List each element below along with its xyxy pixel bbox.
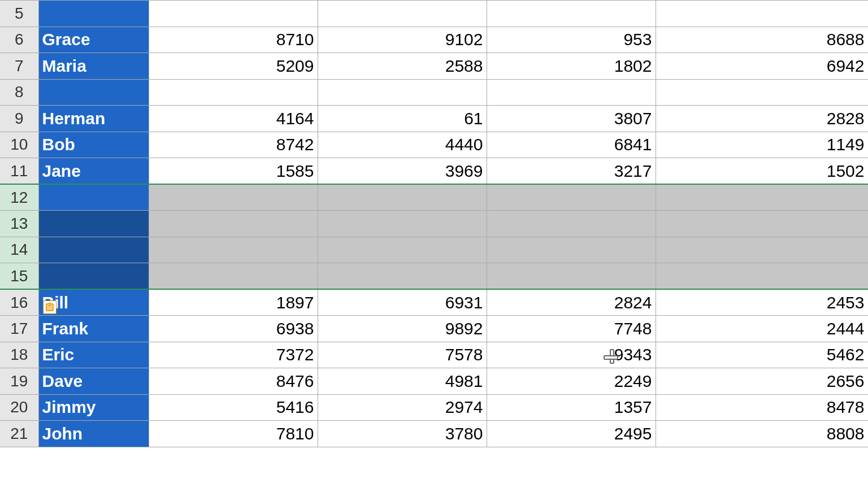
data-cell[interactable]: 3807 (487, 106, 656, 132)
data-cell[interactable]: 3217 (487, 158, 656, 185)
row-header[interactable]: 11 (0, 158, 38, 185)
data-cell[interactable]: 8478 (656, 394, 868, 421)
data-cell[interactable] (656, 211, 868, 237)
name-cell[interactable]: Dave (38, 368, 149, 395)
data-cell[interactable] (656, 184, 868, 211)
data-cell[interactable]: 1802 (487, 53, 656, 80)
row-header[interactable]: 15 (0, 263, 38, 290)
data-cell[interactable]: 9892 (318, 316, 487, 342)
data-cell[interactable]: 2974 (318, 394, 487, 421)
data-cell[interactable]: 4981 (318, 368, 487, 395)
row-header[interactable]: 6 (0, 27, 38, 53)
data-cell[interactable]: 1585 (149, 158, 318, 185)
name-cell[interactable] (38, 211, 149, 237)
data-cell[interactable]: 4440 (318, 132, 487, 158)
data-cell[interactable]: 9102 (318, 27, 487, 53)
name-cell[interactable]: Herman (38, 106, 149, 132)
data-cell[interactable] (318, 184, 487, 211)
data-cell[interactable]: 6931 (318, 289, 487, 316)
data-cell[interactable] (149, 79, 318, 106)
name-cell[interactable]: Maria (38, 53, 149, 80)
data-cell[interactable] (318, 79, 487, 106)
data-cell[interactable] (149, 184, 318, 211)
row-header[interactable]: 9 (0, 106, 38, 132)
data-cell[interactable]: 8742 (149, 132, 318, 158)
data-cell[interactable]: 6938 (149, 316, 318, 342)
data-cell[interactable] (318, 1, 487, 27)
row-header[interactable]: 17 (0, 316, 38, 342)
data-cell[interactable] (487, 79, 656, 106)
data-cell[interactable]: 2588 (318, 53, 487, 80)
data-cell[interactable]: 5416 (149, 394, 318, 421)
data-cell[interactable] (318, 263, 487, 290)
data-cell[interactable]: 2249 (487, 368, 656, 395)
data-cell[interactable]: 2495 (487, 421, 656, 447)
name-cell[interactable]: Grace (38, 27, 149, 53)
data-cell[interactable] (318, 211, 487, 237)
data-cell[interactable] (149, 263, 318, 290)
data-cell[interactable]: 8688 (656, 27, 868, 53)
data-cell[interactable]: 5462 (656, 342, 868, 368)
paste-options-icon[interactable] (43, 300, 57, 314)
data-cell[interactable]: 8710 (149, 27, 318, 53)
data-cell[interactable]: 2828 (656, 106, 868, 132)
data-cell[interactable]: 1502 (656, 158, 868, 185)
name-cell[interactable]: Eric (38, 342, 149, 368)
data-cell[interactable] (656, 237, 868, 263)
name-cell[interactable]: Frank (38, 316, 149, 342)
data-cell[interactable]: 2824 (487, 289, 656, 316)
row-header[interactable]: 16 (0, 289, 38, 316)
data-cell[interactable] (149, 237, 318, 263)
row-header[interactable]: 5 (0, 1, 38, 27)
name-cell[interactable] (38, 237, 149, 263)
row-header[interactable]: 19 (0, 368, 38, 395)
spreadsheet-grid[interactable]: 56Grace8710910295386887Maria520925881802… (0, 0, 868, 447)
data-cell[interactable] (487, 1, 656, 27)
row-header[interactable]: 20 (0, 394, 38, 421)
row-header[interactable]: 21 (0, 421, 38, 447)
name-cell[interactable]: Jimmy (38, 394, 149, 421)
data-cell[interactable] (318, 237, 487, 263)
data-cell[interactable]: 1357 (487, 394, 656, 421)
name-cell[interactable] (38, 263, 149, 290)
data-cell[interactable] (656, 1, 868, 27)
data-cell[interactable]: 7578 (318, 342, 487, 368)
data-cell[interactable]: 7810 (149, 421, 318, 447)
data-cell[interactable]: 5209 (149, 53, 318, 80)
name-cell[interactable]: John (38, 421, 149, 447)
row-header[interactable]: 12 (0, 184, 38, 211)
data-cell[interactable]: 1149 (656, 132, 868, 158)
data-cell[interactable] (487, 211, 656, 237)
data-cell[interactable] (656, 263, 868, 290)
name-cell[interactable] (38, 79, 149, 106)
data-cell[interactable]: 3969 (318, 158, 487, 185)
data-cell[interactable]: 9343 (487, 342, 656, 368)
data-cell[interactable]: 2656 (656, 368, 868, 395)
data-cell[interactable]: 7372 (149, 342, 318, 368)
data-cell[interactable]: 2444 (656, 316, 868, 342)
row-header[interactable]: 7 (0, 53, 38, 80)
data-cell[interactable]: 953 (487, 27, 656, 53)
name-cell[interactable]: Bob (38, 132, 149, 158)
row-header[interactable]: 8 (0, 79, 38, 106)
data-cell[interactable]: 2453 (656, 289, 868, 316)
name-cell[interactable] (38, 1, 149, 27)
row-header[interactable]: 14 (0, 237, 38, 263)
data-cell[interactable] (149, 211, 318, 237)
row-header[interactable]: 10 (0, 132, 38, 158)
name-cell[interactable]: Jane (38, 158, 149, 185)
name-cell[interactable] (38, 184, 149, 211)
data-cell[interactable] (487, 237, 656, 263)
data-cell[interactable]: 7748 (487, 316, 656, 342)
data-cell[interactable]: 8808 (656, 421, 868, 447)
data-cell[interactable]: 4164 (149, 106, 318, 132)
data-cell[interactable] (149, 1, 318, 27)
data-cell[interactable]: 8476 (149, 368, 318, 395)
data-cell[interactable]: 1897 (149, 289, 318, 316)
row-header[interactable]: 13 (0, 211, 38, 237)
data-cell[interactable] (487, 184, 656, 211)
row-header[interactable]: 18 (0, 342, 38, 368)
data-cell[interactable]: 3780 (318, 421, 487, 447)
data-cell[interactable]: 6841 (487, 132, 656, 158)
data-cell[interactable]: 61 (318, 106, 487, 132)
